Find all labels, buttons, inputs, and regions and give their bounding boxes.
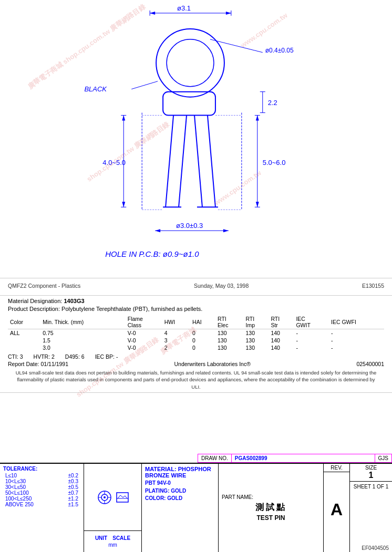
svg-text:ø0.4±0.05: ø0.4±0.05 <box>265 47 294 54</box>
svg-text:HOLE IN  P.C.B:  ø0.9~ø1.0: HOLE IN P.C.B: ø0.9~ø1.0 <box>105 249 199 258</box>
hvtr-value: HVTR: 2 <box>34 353 55 360</box>
col-rti-elec: RTIElec <box>215 315 243 329</box>
col-thick: Min. Thick. (mm) <box>40 315 126 329</box>
tol-row-2: 10<L≤30±0.3 <box>3 478 80 484</box>
col-iec-gwfi: IEC GWFI <box>329 315 384 329</box>
doc-center: Sunday, May 03, 1998 <box>194 283 249 289</box>
col-color: Color <box>8 315 40 329</box>
doc-right: E130155 <box>362 283 384 289</box>
part-name-label: PART NAME: <box>222 494 253 500</box>
col-rti-imp: RTIImp <box>243 315 269 329</box>
report-date: Report Date: 01/11/1991 <box>8 361 68 367</box>
col-iec-gwit: IECGWIT <box>294 315 329 329</box>
material-section: Material Designation: 1403G3 Product Des… <box>0 296 392 393</box>
unit-scale-cell: UNIT SCALE mm <box>84 464 142 552</box>
unit-scale-top <box>84 464 141 531</box>
tol-row-5: 100<L≤250±1.2 <box>3 496 80 502</box>
unit-value: mm <box>108 542 117 548</box>
d495-value: D495: 6 <box>65 353 85 360</box>
cti-value: CTI: 3 <box>8 353 23 360</box>
col-hwi: HWI <box>162 315 190 329</box>
table-row: ALL 0.75 V-0 4 0 130 130 140 - - <box>8 329 384 337</box>
svg-point-49 <box>104 496 106 498</box>
tolerance-cell: TOLERANCE: L≤10±0.2 10<L≤30±0.3 30<L≤50±… <box>0 464 84 552</box>
draw-no-initial: GJS <box>375 454 391 462</box>
tol-row-6: ABOVE 250±1.5 <box>3 502 80 507</box>
size-sheet-cell: SIZE 1 SHEET 1 OF 1 <box>350 464 392 552</box>
mat-des-label: Material Designation: <box>8 298 62 304</box>
tol-row-1: L≤10±0.2 <box>3 473 80 478</box>
col-rti-str: RTIStr <box>269 315 294 329</box>
svg-text:4.0~5.0: 4.0~5.0 <box>102 159 126 166</box>
product-desc: Product Description: Polybutylene Tereph… <box>8 306 384 312</box>
ident-number: 025400001 <box>356 361 384 367</box>
target-icon <box>97 490 112 505</box>
ef-number: EF0404505 <box>362 545 389 551</box>
col-hai: HAI <box>190 315 215 329</box>
mat-line-2: PBT 94V-0 <box>145 480 215 486</box>
rev-label: REV. <box>324 464 349 472</box>
drawing-area: ø3.1 ø0.4±0.05 BLACK 2.2 <box>0 0 392 278</box>
svg-text:ø3.0±0.3: ø3.0±0.3 <box>176 222 203 230</box>
size-label: SIZE 1 <box>350 464 392 482</box>
tol-row-3: 30<L≤50±0.5 <box>3 484 80 490</box>
col-flame: FlameClass <box>126 315 162 329</box>
doc-info-section: QMFZ2 Component - Plastics Sunday, May 0… <box>0 278 392 296</box>
rev-cell: REV. A <box>324 464 350 552</box>
svg-text:BLACK: BLACK <box>84 85 107 93</box>
title-block: TOLERANCE: L≤10±0.2 10<L≤30±0.3 30<L≤50±… <box>0 463 392 552</box>
svg-text:5.0~6.0: 5.0~6.0 <box>263 159 286 166</box>
part-name-cell: PART NAME: 測試點 TEST PIN <box>219 464 324 552</box>
mat-des-value: 1403G3 <box>64 298 84 304</box>
svg-text:2.2: 2.2 <box>268 99 277 107</box>
tolerance-title: TOLERANCE: <box>3 466 80 472</box>
sheet-label: SHEET 1 OF 1 <box>350 482 392 492</box>
doc-left: QMFZ2 Component - Plastics <box>8 283 80 289</box>
lab-name: Underwriters Laboratories Inc® <box>174 361 250 367</box>
part-name-english: TEST PIN <box>256 514 285 522</box>
rev-num: 1 <box>369 471 374 480</box>
unit-scale-bottom: UNIT SCALE mm <box>84 531 141 552</box>
svg-text:ø3.1: ø3.1 <box>177 4 191 12</box>
draw-no-label: DRAW NO. <box>198 454 232 462</box>
material-info-cell: MATERIAL: PHOSPHOR BRONZE WIRE PBT 94V-0… <box>142 464 219 552</box>
scale-label: SCALE <box>112 535 130 541</box>
landscape-icon <box>116 492 129 503</box>
table-row: 3.0 V-0 2 0 130 130 140 - - <box>8 344 384 351</box>
report-line: Report Date: 01/11/1991 Underwriters Lab… <box>8 361 384 367</box>
disclaimer-text: UL94 small-scale test data does not pert… <box>8 369 384 390</box>
material-table: Color Min. Thick. (mm) FlameClass HWI HA… <box>8 315 384 351</box>
mat-line-1: MATERIAL: PHOSPHOR BRONZE WIRE <box>145 466 215 478</box>
rev-letter: A <box>324 472 349 552</box>
iecbp-value: IEC BP: - <box>95 353 118 360</box>
tol-row-4: 50<L≤100±0.7 <box>3 490 80 496</box>
part-name-chinese: 測試點 <box>255 502 287 513</box>
unit-label: UNIT <box>95 535 107 541</box>
mat-line-4: COLOR: GOLD <box>145 495 215 501</box>
mat-line-3: PLATING: GOLD <box>145 488 215 494</box>
draw-no-value: PGAS002899 <box>232 454 375 462</box>
summary-row: CTI: 3 HVTR: 2 D495: 6 IEC BP: - <box>8 353 384 360</box>
draw-no-area: DRAW NO. PGAS002899 GJS <box>198 454 392 463</box>
table-row: 1.5 V-0 3 0 130 130 140 - - <box>8 337 384 344</box>
